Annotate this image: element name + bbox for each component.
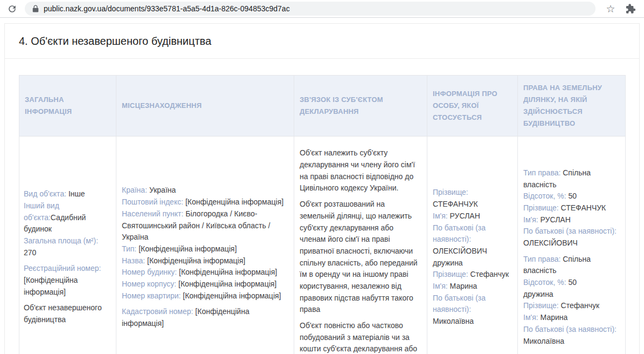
field-label: Прізвище: bbox=[523, 301, 561, 310]
field-label: Номер будинку: bbox=[122, 268, 179, 276]
reload-button[interactable] bbox=[5, 2, 18, 15]
reload-icon bbox=[7, 4, 17, 14]
column-header-location: МІСЦЕЗНАХОДЖЕННЯ bbox=[116, 76, 294, 137]
field: Країна: Україна bbox=[122, 185, 288, 196]
field: Загальна площа (м²): 270 bbox=[24, 235, 112, 258]
field-value: [Конфіденційна інформація] bbox=[147, 256, 245, 265]
field-value: ОЛЕКСІЙОВИЧ bbox=[433, 247, 487, 255]
field-label: Прізвище: bbox=[433, 270, 470, 278]
field: Поштовий індекс: [Конфіденційна інформац… bbox=[122, 196, 288, 208]
column-header-general-info: ЗАГАЛЬНА ІНФОРМАЦІЯ bbox=[19, 76, 116, 137]
field-value: [Конфіденційна інформація] bbox=[185, 198, 283, 206]
cell-relation-to-declarant: Об'єкт належить суб'єкту декларування чи… bbox=[294, 137, 427, 354]
field: Ім'я: РУСЛАН bbox=[523, 214, 620, 226]
field: Ім'я: РУСЛАН bbox=[433, 210, 512, 222]
field: Ім'я: Марина bbox=[433, 281, 512, 292]
field: По батькові (за наявності): Миколаївна bbox=[523, 324, 620, 347]
field-label: Загальна площа (м²): bbox=[24, 236, 98, 245]
field: Населений пункт: Білогородка / Києво-Свя… bbox=[122, 208, 288, 243]
field-value: Марина bbox=[541, 313, 568, 322]
field: Об'єкт незавершеного будівництва bbox=[24, 302, 112, 325]
field-label: По батькові (за наявності): bbox=[523, 325, 617, 333]
field-label: Номер квартири: bbox=[122, 291, 183, 300]
puzzle-piece-icon bbox=[625, 3, 636, 15]
field: Номер будинку: [Конфіденційна інформація… bbox=[122, 267, 288, 278]
extensions-button[interactable] bbox=[624, 2, 636, 15]
url-text[interactable]: public.nazk.gov.ua/documents/933e5781-a5… bbox=[44, 4, 290, 13]
field: Реєстраційний номер: [Конфіденційна інфо… bbox=[24, 263, 112, 298]
field-value: [Конфіденційна інформація] bbox=[24, 276, 78, 296]
field-value: Миколаївна bbox=[433, 317, 474, 325]
padlock-icon[interactable] bbox=[32, 5, 39, 12]
paragraph-text: Об'єкт належить суб'єкту декларування чи… bbox=[300, 148, 415, 192]
bookmark-star-button[interactable]: ☆ bbox=[604, 2, 617, 15]
field-value: ОЛЕКСІЙОВИЧ bbox=[523, 239, 578, 247]
field-label: Ім'я: bbox=[523, 215, 541, 224]
field: По батькові (за наявності): ОЛЕКСІЙОВИЧ bbox=[523, 226, 620, 249]
field: Відсоток, %: 50 bbox=[523, 277, 620, 289]
field-value: дружина bbox=[523, 290, 553, 298]
field-value: [Конфіденційна інформація] bbox=[183, 291, 281, 300]
field-label: Реєстраційний номер: bbox=[24, 264, 101, 273]
section-title-row: 4. Об'єкти незавершеного будівництва bbox=[5, 24, 639, 59]
field-label: Відсоток, %: bbox=[523, 278, 568, 287]
cell-general-info: Вид об'єкта: ІншеІнший вид об'єкта:Садиб… bbox=[19, 137, 116, 354]
field-label: Назва: bbox=[122, 256, 147, 265]
cell-person-concerned: Прізвище: СТЕФАНЧУКІм'я: РУСЛАНПо батько… bbox=[427, 137, 518, 354]
field: Прізвище: СТЕФАНЧУК bbox=[523, 202, 620, 214]
field-label: Прізвище: bbox=[523, 203, 561, 212]
field-value: СТЕФАНЧУК bbox=[561, 203, 606, 212]
field: Прізвище: Стефанчук bbox=[523, 300, 620, 312]
page-title: 4. Об'єкти незавершеного будівництва bbox=[19, 35, 625, 47]
field: По батькові (за наявності): Миколаївна bbox=[433, 292, 512, 328]
cell-location: Країна: УкраїнаПоштовий індекс: [Конфіде… bbox=[116, 137, 294, 354]
table-row: Вид об'єкта: ІншеІнший вид об'єкта:Садиб… bbox=[19, 137, 626, 354]
document-card: 4. Об'єкти незавершеного будівництва ЗАГ… bbox=[4, 23, 640, 354]
table-section: ЗАГАЛЬНА ІНФОРМАЦІЯ МІСЦЕЗНАХОДЖЕННЯ ЗВ'… bbox=[5, 59, 639, 354]
field-label: По батькові (за наявності): bbox=[523, 227, 617, 235]
field: Відсоток, %: 50 bbox=[523, 190, 620, 202]
field-label: Вид об'єкта: bbox=[24, 189, 68, 198]
field-value: Інше bbox=[68, 189, 85, 198]
field-value: СТЕФАНЧУК bbox=[433, 200, 478, 208]
bookmark-star-icon: ☆ bbox=[606, 4, 615, 14]
field: Кадастровий номер: [Конфіденційна інформ… bbox=[122, 306, 288, 329]
field-value: Стефанчук bbox=[470, 270, 509, 278]
field-value: [Конфіденційна інформація] bbox=[139, 244, 237, 253]
field-label: Населений пункт: bbox=[122, 209, 185, 218]
field-label: Ім'я: bbox=[433, 282, 450, 290]
field-label: Ім'я: bbox=[523, 313, 541, 322]
field: Прізвище: СТЕФАНЧУК bbox=[433, 187, 512, 210]
field-label: Тип права: bbox=[523, 255, 563, 263]
column-header-land-rights: ПРАВА НА ЗЕМЕЛЬНУ ДІЛЯНКУ, НА ЯКІЙ ЗДІЙС… bbox=[518, 76, 626, 137]
column-header-relation-to-declarant: ЗВ'ЯЗОК ІЗ СУБ'ЄКТОМ ДЕКЛАРУВАННЯ bbox=[294, 76, 427, 137]
paragraph: Об'єкт повністю або частково побудований… bbox=[300, 320, 421, 354]
url-bar[interactable]: public.nazk.gov.ua/documents/933e5781-a5… bbox=[25, 2, 595, 16]
field-label: Тип права: bbox=[523, 168, 563, 177]
field-label: Країна: bbox=[122, 186, 149, 194]
field-label: Поштовий індекс: bbox=[122, 198, 185, 206]
column-header-person-concerned: ІНФОРМАЦІЯ ПРО ОСОБУ, ЯКОЇ СТОСУЄТЬСЯ bbox=[427, 76, 518, 137]
field-label: Ім'я: bbox=[433, 212, 450, 220]
field-label: По батькові (за наявності): bbox=[433, 294, 486, 314]
field-value: РУСЛАН bbox=[541, 215, 571, 224]
field: Вид об'єкта: Інше bbox=[24, 188, 112, 200]
field: Тип права: Спільна власність bbox=[523, 167, 620, 190]
field: дружина bbox=[433, 257, 512, 269]
header-row: ЗАГАЛЬНА ІНФОРМАЦІЯ МІСЦЕЗНАХОДЖЕННЯ ЗВ'… bbox=[19, 76, 626, 137]
field: Прізвище: Стефанчук bbox=[433, 269, 512, 281]
field-value: 50 bbox=[568, 192, 577, 200]
paragraph: Об'єкт розташований на земельній ділянці… bbox=[300, 199, 421, 316]
field-value: 270 bbox=[24, 248, 36, 257]
paragraph-text: Об'єкт повністю або частково побудований… bbox=[300, 321, 417, 354]
field-value: дружина bbox=[433, 258, 463, 267]
field-value: 50 bbox=[568, 278, 577, 287]
field: Номер корпусу: [Конфіденційна інформація… bbox=[122, 278, 288, 290]
field: По батькові (за наявності): ОЛЕКСІЙОВИЧ bbox=[433, 222, 512, 257]
field-label: Кадастровий номер: bbox=[122, 307, 195, 316]
declaration-table: ЗАГАЛЬНА ІНФОРМАЦІЯ МІСЦЕЗНАХОДЖЕННЯ ЗВ'… bbox=[19, 75, 626, 354]
field-value: Стефанчук bbox=[561, 301, 600, 310]
browser-toolbar: public.nazk.gov.ua/documents/933e5781-a5… bbox=[0, 0, 644, 18]
field-label: По батькові (за наявності): bbox=[433, 223, 486, 244]
field-value: [Конфіденційна інформація] bbox=[178, 280, 276, 288]
